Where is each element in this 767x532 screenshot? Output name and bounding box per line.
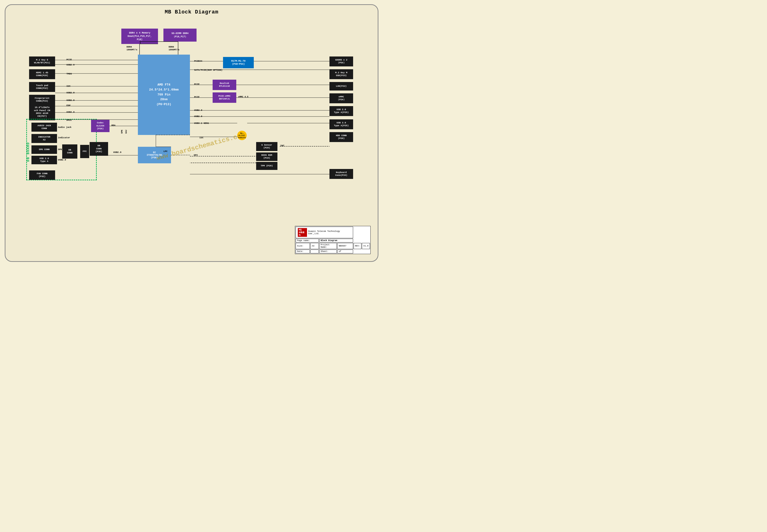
- size-label: Size:: [296, 243, 310, 249]
- cpu-block: AMD FT4 24.5*24.5*1.69mm 769 Pin 28nm (P…: [138, 55, 190, 135]
- hda-label: HDA: [111, 124, 115, 127]
- lan-box: LAN(P22): [329, 82, 353, 91]
- int-label: INT: [280, 144, 284, 147]
- m2-ssd-box: M.2 Key MSSD(P23): [329, 69, 353, 79]
- tmds-label: TMDS: [66, 73, 72, 75]
- company-logo: HQ华勤通讯: [298, 228, 307, 237]
- audio-jack-box: AUDIO JACKCONN: [31, 123, 57, 132]
- main-container: MB Block Diagram DDR4 x 4 Memory Down(P1…: [5, 4, 378, 262]
- page-name-value: Block Diagram: [319, 239, 353, 242]
- lcd-touch-box: 15.6"LCD&Touch Panel CNDMIC &CAMCN(P27): [29, 104, 55, 120]
- sata-pcie-label: SATA/PCIE(BOM OPTION): [194, 69, 222, 71]
- pciex4-label: PCIEX4: [194, 60, 202, 62]
- indicator-box: INDICATORX2: [31, 134, 57, 143]
- ddr4-speed-right: 1866MT/s: [169, 48, 179, 51]
- usb30-typea-box: USB 3.0Type A(P25): [329, 119, 353, 129]
- sheet-label: Sheet:: [319, 250, 337, 253]
- rev-value: V1.0: [362, 243, 370, 249]
- dmic-label: DMIC: [66, 119, 72, 121]
- keyboard-conn-box: KeyboardConn(P33): [329, 169, 353, 179]
- audio-jack-sig-label: Audio jack: [58, 126, 71, 129]
- of-label: of: [337, 250, 353, 253]
- ddr4-speed-left: 1866MT/s: [126, 48, 137, 51]
- db-conn-box: DBCONN: [62, 144, 77, 159]
- fingerprint-box: FingerprintCONN(P33): [29, 95, 55, 105]
- date-label: Date:: [296, 250, 310, 253]
- company-name: Huaqin Telecom Technology Com.,Ltd.: [308, 230, 351, 235]
- ec-block: EC IT8987VG/BX (P30): [138, 147, 171, 163]
- edp-label: EDP: [66, 104, 70, 107]
- usb20-2-label: USB2.0: [66, 91, 74, 94]
- gddr5-box: GDDR5 x 2（P54）: [329, 56, 353, 66]
- ddr4-memory-box: DDR4 x 4 Memory Down(P14,P15,P17, P18): [121, 29, 158, 44]
- fan-conn-box: FAN CONN(P32): [29, 170, 55, 180]
- codec-box: CodecALC256(P26): [91, 120, 109, 132]
- usb31-label: USB3.1 GEN1: [194, 122, 209, 125]
- usb-typea-db-box: USB 2.0Type A: [31, 156, 57, 164]
- rev-label: REV:: [353, 243, 361, 249]
- pcie-emmc-box: PCIE-eMMCBH720FJ1: [213, 92, 236, 103]
- hdd-conn-box: HDD CONN(P20): [329, 132, 353, 142]
- hdmi-box: HDMI 1.4bCONN(P28): [29, 69, 55, 79]
- i2c-label: I2C: [66, 85, 70, 87]
- bios-rom-box: BIOS ROM(P19): [256, 152, 277, 161]
- usb20-r1-label: USB2.0: [194, 109, 202, 112]
- usb20-1-label: USB2.0: [66, 64, 74, 66]
- indicator-sig-label: indicator: [58, 136, 70, 139]
- pcie-label: PCIE: [66, 58, 72, 61]
- page-name-label: Page name:: [296, 239, 319, 242]
- spk-conn-box: SPK CONN: [31, 145, 57, 154]
- realtek-box: RealtekRTL8111H: [213, 80, 236, 90]
- emmc-box: eMMC（P24）: [329, 93, 353, 103]
- db-board-label: DB BOARD: [26, 142, 30, 162]
- ddr4-label-right: DDR4: [169, 46, 174, 48]
- uaj-label: UAJ: [125, 130, 127, 134]
- usb20-r2-label: USB2.0: [194, 115, 202, 118]
- touchpad-box: Touch padCONN(P32): [29, 82, 55, 92]
- size-value: A4: [310, 243, 318, 249]
- usb20-db-label: USB2.0: [58, 159, 66, 161]
- lpc-label: LPC: [163, 150, 167, 153]
- re-driver-circle: Re-driverP98527C: [237, 131, 247, 140]
- tpm-box: TPM (P29): [256, 162, 277, 170]
- ffc-box: FFC: [80, 145, 89, 158]
- emmc45-label: eMMC 4.5: [238, 96, 248, 98]
- pcie-r-label: PCIE: [194, 83, 200, 86]
- usb20-4-label: USB2.0: [66, 111, 74, 113]
- i2c-r-label: I2C: [199, 136, 203, 139]
- g-sensor-box: G Sensor(P29): [256, 142, 277, 151]
- spi-label: SPI: [194, 154, 198, 156]
- db-conn-p35-box: DBCONN(P35): [90, 142, 108, 156]
- usb20-5-label: USB2.0: [113, 151, 121, 154]
- project-value: NB8607: [337, 243, 353, 249]
- r17m-box: R17M-M1-70(P48~P54): [223, 57, 254, 68]
- m2-wlan-box: M.2 Key EWLAN/BT(P21): [29, 56, 55, 66]
- info-table: HQ华勤通讯 Huaqin Telecom Technology Com.,Lt…: [295, 226, 370, 254]
- ddr4-label-left: DDR4: [126, 46, 132, 48]
- page-title: MB Block Diagram: [5, 5, 378, 15]
- project-label: Project Name:: [319, 243, 337, 249]
- usb20-3-label: USB2.0: [66, 99, 74, 102]
- sodimm-ddr4-box: SO-DIMM DDR4 （P16,P17）: [163, 29, 196, 42]
- usb20-typea-box: USB 2.0Type A(P25): [329, 106, 353, 116]
- pcie-emmc-sig-label: PCIE: [194, 96, 200, 98]
- spk-label: SPK: [121, 130, 123, 134]
- spk-sig-label: SPK: [58, 148, 62, 151]
